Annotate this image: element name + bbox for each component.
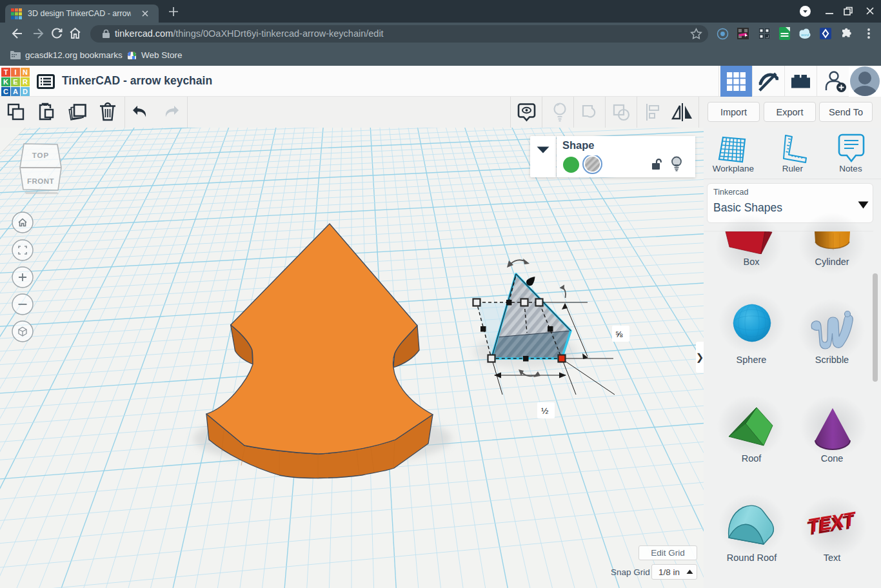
svg-text:E: E <box>13 78 17 86</box>
svg-text:A: A <box>13 88 18 95</box>
svg-text:½: ½ <box>541 406 548 416</box>
svg-text:word: word <box>801 33 809 37</box>
svg-text:T: T <box>4 68 8 76</box>
svg-text:R: R <box>23 78 28 86</box>
svg-text:K: K <box>3 78 8 86</box>
svg-text:N: N <box>23 68 28 76</box>
svg-text:⅝: ⅝ <box>615 329 623 339</box>
svg-text:D: D <box>23 88 28 95</box>
svg-text:C: C <box>3 88 8 95</box>
svg-text:FRONT: FRONT <box>27 177 54 185</box>
svg-text:I: I <box>14 68 16 76</box>
svg-text:TOP: TOP <box>32 152 49 159</box>
